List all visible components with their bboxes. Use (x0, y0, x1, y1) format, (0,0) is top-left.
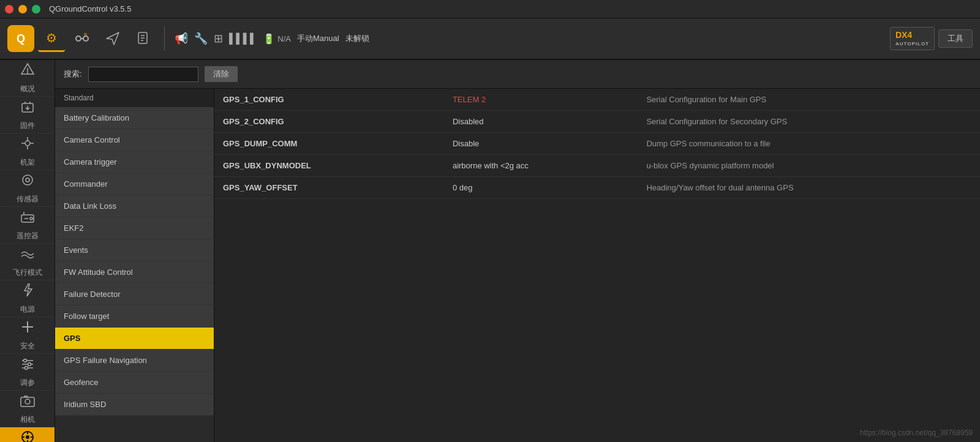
sidebar-label-airframe: 机架 (20, 157, 35, 168)
signal-status: ▌▌▌▌ (229, 33, 257, 44)
nav-item-geofence[interactable]: Geofence (55, 372, 214, 394)
toolbar-divider (164, 26, 165, 51)
flightmodes-icon (20, 245, 36, 265)
nav-item-data-link-loss[interactable]: Data Link Loss (55, 195, 214, 217)
param-value-cell[interactable]: Disable (444, 133, 638, 155)
nav-item-battery-calibration[interactable]: Battery Calibration (55, 107, 214, 129)
sidebar-item-safety[interactable]: 安全 (0, 317, 55, 354)
camera-icon (20, 392, 36, 412)
param-desc-cell: Serial Configuration for Main GPS (638, 89, 980, 111)
sidebar-label-camera: 相机 (20, 414, 35, 425)
clear-button[interactable]: 清除 (205, 66, 238, 82)
param-value-cell[interactable]: airborne with <2g acc (444, 155, 638, 177)
two-panel: Standard Battery CalibrationCamera Contr… (55, 89, 980, 442)
close-btn[interactable] (5, 5, 13, 13)
sidebar-item-overview[interactable]: 概况 (0, 60, 55, 97)
nav-item-ekf2[interactable]: EKF2 (55, 217, 214, 239)
sidebar-label-tuning: 调参 (20, 378, 35, 388)
nav-item-failure-detector[interactable]: Failure Detector (55, 283, 214, 305)
toolbar: Q ⚙ B 📢 🔧 ⊞ (0, 18, 980, 60)
param-row[interactable]: GPS_UBX_DYNMODELairborne with <2g accu-b… (214, 155, 980, 177)
sidebar-item-airframe[interactable]: 机架 (0, 133, 55, 170)
sidebar-item-flightmodes[interactable]: 飞行模式 (0, 244, 55, 280)
param-name-cell: GPS_UBX_DYNMODEL (214, 155, 444, 177)
megaphone-status: 📢 (175, 32, 188, 45)
firmware-icon (20, 99, 36, 118)
send-icon-btn[interactable] (99, 25, 126, 52)
param-value-cell[interactable]: TELEM 2 (444, 89, 638, 111)
nav-panel: Standard Battery CalibrationCamera Contr… (55, 89, 214, 442)
param-value-cell[interactable]: Disabled (444, 111, 638, 133)
sidebar-label-flightmodes: 飞行模式 (13, 268, 42, 278)
nav-item-iridium-sbd[interactable]: Iridium SBD (55, 394, 214, 416)
battery-label: N/A (277, 34, 291, 43)
sidebar: 概况 固件 机架 (0, 60, 55, 442)
svg-point-19 (30, 217, 32, 220)
param-row[interactable]: GPS_YAW_OFFSET0 degHeading/Yaw offset fo… (214, 177, 980, 199)
grid-status: ⊞ (214, 32, 223, 45)
maximize-btn[interactable] (32, 5, 40, 13)
overview-icon (20, 62, 36, 81)
param-row[interactable]: GPS_2_CONFIGDisabledSerial Configuration… (214, 111, 980, 133)
svg-point-27 (28, 363, 31, 366)
watermark: https://blog.csdn.net/qq_38768959 (860, 429, 973, 437)
nav-items-container: Battery CalibrationCamera ControlCamera … (55, 107, 214, 416)
param-name-cell: GPS_YAW_OFFSET (214, 177, 444, 199)
svg-point-0 (76, 36, 81, 41)
nav-item-events[interactable]: Events (55, 239, 214, 261)
sidebar-item-firmware[interactable]: 固件 (0, 97, 55, 133)
mode-label: 手动Manual (297, 33, 339, 44)
lock-status: 未解锁 (345, 33, 369, 44)
lock-label: 未解锁 (345, 33, 369, 44)
param-name-cell: GPS_1_CONFIG (214, 89, 444, 111)
param-desc-cell: Heading/Yaw offset for dual antenna GPS (638, 177, 980, 199)
tuning-icon (20, 356, 36, 375)
sidebar-item-radio[interactable]: 遥控器 (0, 207, 55, 244)
param-row[interactable]: GPS_1_CONFIGTELEM 2Serial Configuration … (214, 89, 980, 111)
mode-status: 手动Manual (297, 33, 339, 44)
param-desc-cell: Serial Configuration for Secondary GPS (638, 111, 980, 133)
sidebar-item-sensors[interactable]: 传感器 (0, 170, 55, 207)
nav-item-camera-control[interactable]: Camera Control (55, 129, 214, 151)
param-panel: GPS_1_CONFIGTELEM 2Serial Configuration … (214, 89, 980, 442)
sidebar-item-tuning[interactable]: 调参 (0, 354, 55, 391)
titlebar-title: QGroundControl v3.5.5 (49, 4, 131, 13)
sidebar-label-firmware: 固件 (20, 121, 35, 131)
airframe-icon (20, 135, 36, 155)
nav-item-gps[interactable]: GPS (55, 328, 214, 350)
nav-item-commander[interactable]: Commander (55, 173, 214, 195)
minimize-btn[interactable] (18, 5, 27, 13)
param-desc-cell: u-blox GPS dynamic platform model (638, 155, 980, 177)
search-label: 搜索: (64, 69, 82, 80)
sidebar-item-camera[interactable]: 相机 (0, 391, 55, 427)
param-table: GPS_1_CONFIGTELEM 2Serial Configuration … (214, 89, 980, 199)
sidebar-item-power[interactable]: 电源 (0, 280, 55, 317)
search-input[interactable] (88, 67, 198, 82)
nav-item-camera-trigger[interactable]: Camera trigger (55, 151, 214, 173)
param-desc-cell: Dump GPS communication to a file (638, 133, 980, 155)
svg-point-30 (25, 399, 30, 404)
nav-item-gps-failure-navigation[interactable]: GPS Failure Navigation (55, 350, 214, 372)
sidebar-item-params[interactable]: 参数 (0, 427, 55, 442)
sensors-icon (20, 172, 36, 192)
vehicle-link-icon-btn[interactable]: B (69, 25, 96, 52)
battery-status: 🔋 N/A (263, 33, 291, 45)
svg-point-28 (24, 367, 28, 370)
svg-point-26 (23, 359, 26, 362)
radio-icon (20, 209, 36, 228)
safety-icon (20, 319, 36, 339)
param-value-cell[interactable]: 0 deg (444, 177, 638, 199)
sidebar-label-safety: 安全 (20, 341, 35, 351)
sidebar-label-sensors: 传感器 (17, 194, 39, 204)
tools-button[interactable]: 工具 (938, 29, 973, 48)
settings-icon-btn[interactable]: ⚙ (38, 25, 65, 52)
nav-item-fw-attitude-control[interactable]: FW Attitude Control (55, 261, 214, 283)
svg-point-10 (25, 141, 30, 146)
px4-logo: DX4 AUTOPILOT (890, 27, 935, 51)
wrench-status: 🔧 (194, 32, 208, 45)
nav-item-follow-target[interactable]: Follow target (55, 305, 214, 328)
toolbar-status: 📢 🔧 ⊞ ▌▌▌▌ 🔋 N/A 手动Manual 未解锁 (175, 32, 369, 45)
param-row[interactable]: GPS_DUMP_COMMDisableDump GPS communicati… (214, 133, 980, 155)
power-icon (20, 282, 36, 302)
document-icon-btn[interactable] (130, 25, 157, 52)
